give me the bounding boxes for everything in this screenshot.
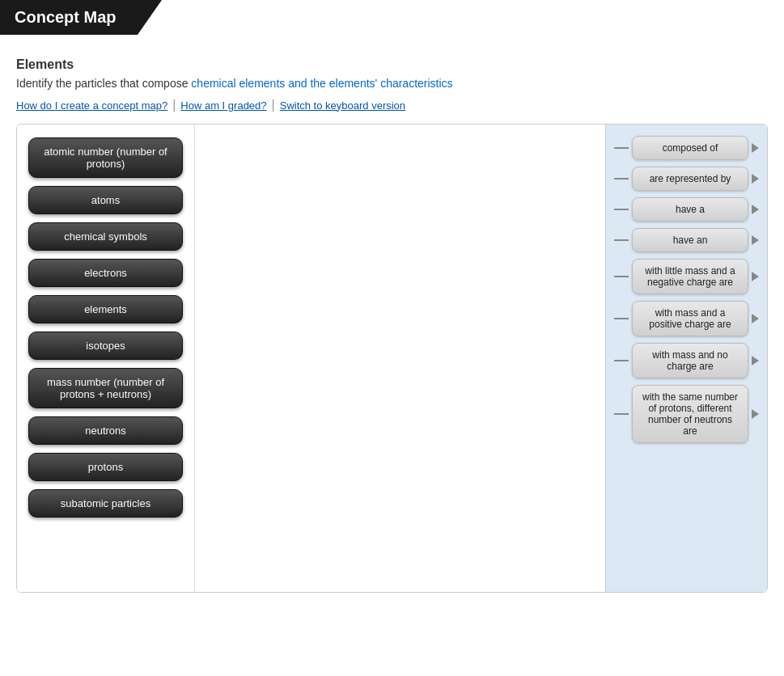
relation-chip-mass-no-charge[interactable]: with mass and no charge are [632, 343, 748, 378]
relation-arrow [752, 314, 759, 323]
center-drop-zone[interactable] [195, 125, 605, 592]
relation-chip-mass-positive[interactable]: with mass and a positive charge are [632, 301, 748, 336]
relation-chip-same-protons-diff-neutrons[interactable]: with the same number of protons, differe… [632, 385, 748, 443]
relation-arrow [752, 205, 759, 214]
relation-line [614, 276, 629, 277]
relation-line [614, 147, 629, 149]
chip-isotopes[interactable]: isotopes [28, 332, 183, 360]
relation-line [614, 178, 629, 180]
chip-mass-number[interactable]: mass number (number of protons + neutron… [28, 368, 183, 408]
relation-line [614, 360, 629, 361]
relation-chip-represented-by[interactable]: are represented by [632, 167, 748, 191]
relation-row-mass-positive: with mass and a positive charge are [614, 301, 759, 336]
links-row: How do I create a concept map? | How am … [16, 98, 768, 112]
subtitle-highlight: chemical elements and the elements' char… [191, 77, 452, 90]
relation-row-have-a: have a [614, 197, 759, 222]
relation-chip-have-a[interactable]: have a [632, 197, 748, 222]
relation-line [614, 239, 629, 241]
app-title: Concept Map [15, 8, 117, 26]
relation-line [614, 209, 629, 210]
relation-row-little-mass-negative: with little mass and a negative charge a… [614, 259, 759, 294]
chip-elements[interactable]: elements [28, 295, 183, 323]
switch-keyboard-link[interactable]: Switch to keyboard version [280, 99, 405, 112]
relation-arrow [752, 409, 759, 419]
how-graded-link[interactable]: How am I graded? [180, 99, 266, 112]
chip-atoms[interactable]: atoms [28, 186, 183, 214]
relation-line [614, 318, 629, 319]
page-title: Elements [16, 57, 768, 72]
relation-row-have-an: have an [614, 228, 759, 252]
relation-arrow [752, 356, 759, 365]
separator-2: | [272, 98, 275, 112]
separator-1: | [172, 98, 176, 112]
relation-arrow [752, 272, 759, 281]
right-panel: composed of are represented by have a [605, 125, 767, 592]
relation-row-same-protons-diff-neutrons: with the same number of protons, differe… [614, 385, 759, 443]
concept-map-area: atomic number (number of protons) atoms … [16, 124, 768, 593]
relation-chip-composed-of[interactable]: composed of [632, 136, 748, 160]
relation-chip-have-an[interactable]: have an [632, 228, 748, 252]
relation-chip-little-mass-negative[interactable]: with little mass and a negative charge a… [632, 259, 748, 294]
subtitle: Identify the particles that compose chem… [16, 77, 768, 90]
relation-row-represented-by: are represented by [614, 167, 759, 191]
relation-row-mass-no-charge: with mass and no charge are [614, 343, 759, 378]
chip-electrons[interactable]: electrons [28, 259, 183, 287]
title-bar: Concept Map [0, 0, 162, 35]
chip-subatomic-particles[interactable]: subatomic particles [28, 489, 183, 518]
left-panel: atomic number (number of protons) atoms … [17, 125, 195, 592]
relation-arrow [752, 174, 759, 184]
chip-chemical-symbols[interactable]: chemical symbols [28, 222, 183, 251]
relation-arrow [752, 235, 759, 245]
relation-row-composed-of: composed of [614, 136, 759, 160]
relation-arrow [752, 143, 759, 153]
chip-atomic-number[interactable]: atomic number (number of protons) [28, 137, 183, 178]
relation-line [614, 413, 629, 415]
chip-neutrons[interactable]: neutrons [28, 416, 183, 445]
how-create-link[interactable]: How do I create a concept map? [16, 99, 167, 112]
chip-protons[interactable]: protons [28, 453, 183, 481]
